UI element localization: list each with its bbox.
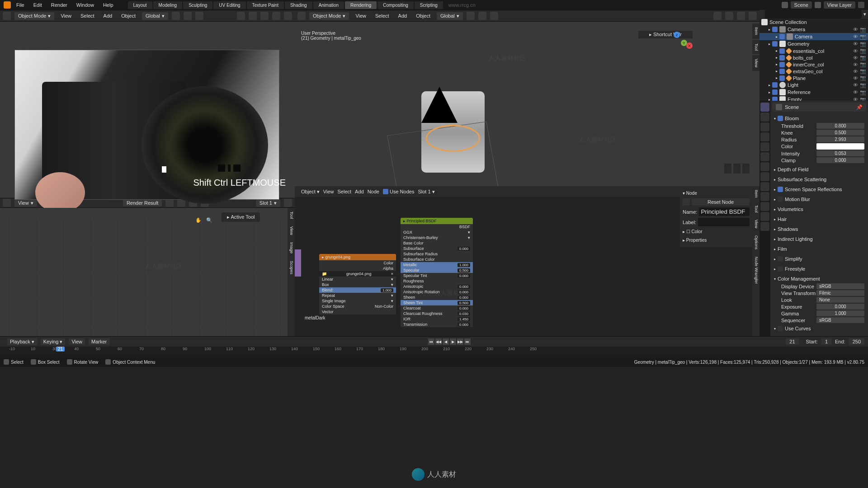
section-check[interactable]: [778, 187, 783, 192]
next-key-icon[interactable]: ▶▶: [457, 338, 463, 345]
gizmo-icon[interactable]: [616, 33, 626, 43]
ws-sculpting[interactable]: Sculpting: [183, 1, 212, 9]
ws-layout[interactable]: Layout: [128, 1, 152, 9]
eye-icon[interactable]: 👁: [853, 34, 858, 39]
node-image-texture[interactable]: ▸ grunge04.png Color Alpha 📁grunge04.png…: [319, 254, 396, 314]
active-tool-panel[interactable]: ▸ Active Tool: [222, 212, 260, 222]
render-result-field[interactable]: Render Result: [123, 199, 162, 206]
persp-icon[interactable]: [604, 33, 614, 43]
node-tex-header[interactable]: ▸ grunge04.png: [319, 254, 396, 260]
node-select[interactable]: Select: [338, 189, 352, 194]
ptab-render[interactable]: [760, 103, 769, 112]
section-header[interactable]: Subsurface Scattering: [772, 175, 866, 183]
disable-icon[interactable]: 📷: [860, 48, 866, 54]
tree-item[interactable]: ▸Camera👁📷: [760, 26, 868, 33]
render-viewport[interactable]: Shift Ctrl LEFTMOUSE: [0, 22, 295, 198]
use-nodes-check[interactable]: [383, 189, 388, 194]
knee-input[interactable]: 0.500: [816, 130, 864, 136]
node-add[interactable]: Add: [355, 189, 364, 194]
vp-tab-tool[interactable]: Tool: [752, 40, 760, 55]
look-select[interactable]: None: [816, 297, 864, 303]
axis-x[interactable]: X: [686, 42, 693, 49]
add-menu[interactable]: Add: [396, 12, 410, 19]
axis-z[interactable]: Z: [674, 32, 680, 38]
pin-icon[interactable]: 📌: [856, 104, 863, 110]
ws-script[interactable]: Scripting: [415, 1, 443, 9]
disable-icon[interactable]: 📷: [860, 97, 866, 101]
editor-type-icon[interactable]: [3, 199, 11, 207]
node-section-props[interactable]: ▸ Properties: [683, 236, 750, 244]
item-check-icon[interactable]: [772, 41, 778, 47]
end-frame[interactable]: 250: [849, 338, 864, 345]
disable-icon[interactable]: 📷: [860, 75, 866, 81]
node-principled-bsdf[interactable]: ▸ Principled BSDF BSDF GGX▾ Christensen-…: [401, 218, 473, 327]
playhead[interactable]: 21: [56, 347, 65, 352]
tree-item[interactable]: ▸Light👁📷: [760, 81, 868, 89]
item-check-icon[interactable]: [779, 55, 785, 61]
eye-icon[interactable]: 👁: [853, 55, 858, 61]
section-header[interactable]: Film: [772, 245, 866, 253]
layer-field[interactable]: View Layer: [824, 1, 855, 9]
pivot-icon[interactable]: [172, 12, 180, 20]
play-rev-icon[interactable]: ◀: [443, 338, 449, 345]
overlay-icon[interactable]: [237, 12, 245, 20]
orient-select[interactable]: Global ▾: [142, 12, 168, 20]
viewport-3d[interactable]: Object Mode ▾ View Select Add Object Glo…: [295, 10, 760, 186]
disable-icon[interactable]: 📷: [860, 55, 866, 61]
item-check-icon[interactable]: [779, 69, 785, 74]
marker-menu[interactable]: Marker: [89, 338, 109, 345]
mode-select[interactable]: Object Mode ▾: [14, 12, 54, 20]
file-icon[interactable]: 📁: [322, 272, 327, 276]
eye-icon[interactable]: 👁: [853, 75, 858, 81]
menu-window[interactable]: Window: [73, 1, 98, 9]
slot-select[interactable]: Slot 1 ▾: [418, 189, 434, 195]
radius-input[interactable]: 2.993: [816, 136, 864, 142]
disable-icon[interactable]: 📷: [860, 89, 866, 95]
curves-header[interactable]: Use Curves: [772, 324, 866, 333]
image-editor-panel[interactable]: ✋ 🔍 ▸ Active Tool Tool View Image Scopes: [0, 208, 295, 336]
jump-end-icon[interactable]: ⏭: [464, 338, 471, 345]
shade-wire-icon[interactable]: [713, 12, 722, 20]
start-frame[interactable]: 1: [821, 338, 831, 345]
eye-icon[interactable]: 👁: [853, 27, 858, 32]
ptab-output[interactable]: [760, 113, 769, 122]
ptab-viewlayer[interactable]: [760, 122, 769, 131]
item-check-icon[interactable]: [779, 48, 785, 54]
shade-mat-icon[interactable]: [737, 12, 745, 20]
section-header[interactable]: Depth of Field: [772, 165, 866, 174]
select-menu[interactable]: Select: [373, 12, 392, 19]
section-header[interactable]: Hair: [772, 215, 866, 223]
node-bsdf-header[interactable]: ▸ Principled BSDF: [401, 218, 473, 224]
outliner[interactable]: Scene Collection ▸Camera👁📷▸Camera👁📷▸Geom…: [760, 19, 868, 101]
shade-wire-icon[interactable]: [249, 12, 257, 20]
ptab-modifier[interactable]: [760, 162, 769, 171]
img-tab-tool[interactable]: Tool: [288, 208, 295, 223]
item-check-icon[interactable]: [779, 75, 785, 81]
tree-item[interactable]: ▸Camera👁📷: [760, 33, 868, 40]
node-tab-wrangler[interactable]: Node Wrangler: [752, 253, 760, 287]
outliner-search[interactable]: [765, 10, 862, 19]
prev-key-icon[interactable]: ◀◀: [435, 338, 442, 345]
tree-item[interactable]: ▸essentials_col👁📷: [760, 47, 868, 54]
item-check-icon[interactable]: [772, 97, 778, 101]
threshold-input[interactable]: 0.800: [816, 123, 864, 129]
tree-item[interactable]: ▸Reference👁📷: [760, 89, 868, 96]
tree-scene-collection[interactable]: Scene Collection: [760, 19, 868, 26]
menu-render[interactable]: Render: [47, 1, 71, 9]
tree-item[interactable]: ▸Geometry👁📷: [760, 40, 868, 47]
node-section-color[interactable]: ▸ ☐ Color: [683, 227, 750, 236]
zoom-icon[interactable]: 🔍: [205, 216, 213, 224]
tree-item[interactable]: ▸extraGeo_col👁📷: [760, 68, 868, 75]
ptab-scene[interactable]: [760, 132, 769, 141]
section-header[interactable]: Shadows: [772, 225, 866, 233]
ptab-constraint[interactable]: [760, 192, 769, 201]
seq-select[interactable]: sRGB: [816, 317, 864, 323]
item-check-icon[interactable]: [772, 82, 778, 88]
disable-icon[interactable]: 📷: [860, 68, 866, 74]
prop-edit-icon[interactable]: [195, 12, 203, 20]
object-menu[interactable]: Object: [413, 12, 433, 19]
section-check[interactable]: [778, 256, 783, 262]
eye-icon[interactable]: 👁: [853, 82, 858, 88]
editor-type-icon[interactable]: [297, 12, 306, 20]
section-header[interactable]: Simplify: [772, 255, 866, 263]
